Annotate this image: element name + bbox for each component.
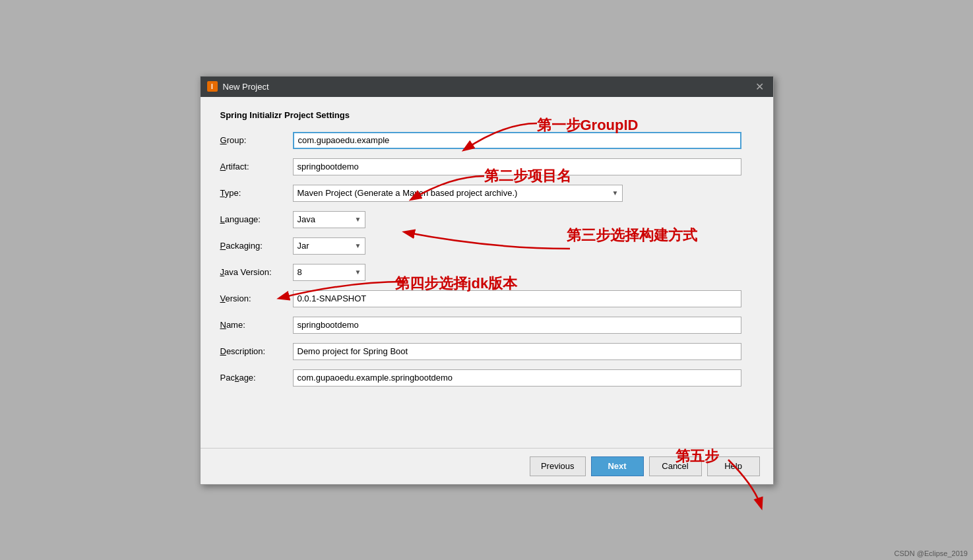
next-button[interactable]: Next bbox=[591, 456, 644, 476]
app-icon: I bbox=[207, 81, 218, 92]
previous-button[interactable]: Previous bbox=[530, 456, 586, 476]
language-row: Language: Java Kotlin Groovy ▼ bbox=[220, 211, 753, 228]
artifact-input[interactable] bbox=[293, 158, 741, 175]
name-label: Name: bbox=[220, 320, 293, 330]
title-bar-left: I New Project bbox=[207, 81, 269, 92]
description-input[interactable] bbox=[293, 343, 741, 360]
artifact-row: Artifact: bbox=[220, 158, 753, 175]
dialog-title: New Project bbox=[223, 82, 269, 92]
watermark: CSDN @Eclipse_2019 bbox=[895, 549, 968, 557]
package-input[interactable] bbox=[293, 369, 741, 387]
dialog-footer: Previous Next Cancel Help bbox=[201, 448, 773, 484]
name-row: Name: bbox=[220, 317, 753, 334]
title-bar: I New Project ✕ bbox=[201, 77, 773, 97]
new-project-dialog: I New Project ✕ Spring Initializr Projec… bbox=[200, 76, 774, 485]
java-version-row: Java Version: 8 11 14 ▼ bbox=[220, 264, 753, 281]
type-row: Type: Maven Project (Generate a Maven ba… bbox=[220, 185, 753, 202]
packaging-label: Packaging: bbox=[220, 241, 293, 251]
language-select[interactable]: Java Kotlin Groovy bbox=[293, 211, 365, 228]
name-input[interactable] bbox=[293, 317, 741, 334]
type-label: Type: bbox=[220, 188, 293, 198]
version-label: Version: bbox=[220, 294, 293, 303]
cancel-button[interactable]: Cancel bbox=[649, 456, 702, 476]
close-button[interactable]: ✕ bbox=[753, 80, 767, 93]
group-input[interactable] bbox=[293, 132, 741, 149]
section-title: Spring Initializr Project Settings bbox=[220, 110, 753, 120]
dialog-body: Spring Initializr Project Settings Group… bbox=[201, 97, 773, 448]
version-input[interactable] bbox=[293, 290, 741, 307]
group-row: Group: bbox=[220, 132, 753, 149]
type-select[interactable]: Maven Project (Generate a Maven based pr… bbox=[293, 185, 623, 202]
java-version-label: Java Version: bbox=[220, 267, 293, 277]
group-label: Group: bbox=[220, 135, 293, 145]
package-row: Package: bbox=[220, 369, 753, 387]
help-button[interactable]: Help bbox=[707, 456, 760, 476]
java-version-select[interactable]: 8 11 14 bbox=[293, 264, 365, 281]
version-row: Version: bbox=[220, 290, 753, 307]
packaging-select[interactable]: Jar War bbox=[293, 237, 365, 255]
packaging-row: Packaging: Jar War ▼ bbox=[220, 237, 753, 255]
language-label: Language: bbox=[220, 214, 293, 224]
artifact-label: Artifact: bbox=[220, 162, 293, 171]
description-label: Description: bbox=[220, 346, 293, 356]
description-row: Description: bbox=[220, 343, 753, 360]
package-label: Package: bbox=[220, 373, 293, 383]
